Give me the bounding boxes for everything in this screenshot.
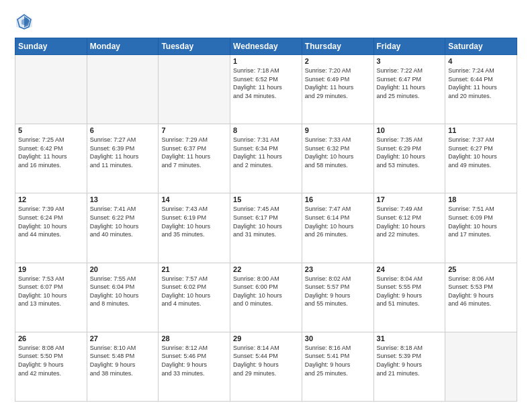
day-info: Sunrise: 7:20 AM Sunset: 6:49 PM Dayligh…: [305, 66, 371, 100]
day-cell: [87, 55, 159, 124]
day-info: Sunrise: 7:29 AM Sunset: 6:37 PM Dayligh…: [161, 136, 227, 169]
day-number: 19: [18, 265, 84, 273]
day-number: 3: [377, 57, 443, 65]
day-info: Sunrise: 7:25 AM Sunset: 6:42 PM Dayligh…: [18, 136, 84, 169]
day-info: Sunrise: 8:18 AM Sunset: 5:39 PM Dayligh…: [377, 344, 443, 377]
day-number: 9: [305, 126, 371, 134]
day-cell: 29Sunrise: 8:14 AM Sunset: 5:44 PM Dayli…: [230, 332, 302, 401]
day-cell: 30Sunrise: 8:16 AM Sunset: 5:41 PM Dayli…: [302, 332, 373, 401]
day-cell: 22Sunrise: 8:00 AM Sunset: 6:00 PM Dayli…: [230, 263, 302, 332]
day-number: 16: [305, 195, 371, 203]
day-number: 28: [161, 334, 227, 342]
day-info: Sunrise: 7:43 AM Sunset: 6:19 PM Dayligh…: [161, 205, 227, 238]
day-cell: 8Sunrise: 7:31 AM Sunset: 6:34 PM Daylig…: [230, 124, 302, 193]
day-header-wednesday: Wednesday: [230, 38, 302, 55]
day-number: 31: [377, 334, 443, 342]
day-cell: 27Sunrise: 8:10 AM Sunset: 5:48 PM Dayli…: [87, 332, 159, 401]
day-cell: 24Sunrise: 8:04 AM Sunset: 5:55 PM Dayli…: [373, 263, 445, 332]
day-number: 10: [377, 126, 443, 134]
day-cell: 11Sunrise: 7:37 AM Sunset: 6:27 PM Dayli…: [445, 124, 517, 193]
day-info: Sunrise: 7:35 AM Sunset: 6:29 PM Dayligh…: [377, 136, 443, 169]
day-info: Sunrise: 7:57 AM Sunset: 6:02 PM Dayligh…: [161, 275, 227, 308]
week-row-1: 5Sunrise: 7:25 AM Sunset: 6:42 PM Daylig…: [15, 124, 517, 193]
logo: [15, 12, 36, 31]
day-number: 23: [305, 265, 371, 273]
day-cell: 14Sunrise: 7:43 AM Sunset: 6:19 PM Dayli…: [159, 193, 230, 263]
day-number: 29: [233, 334, 299, 342]
day-info: Sunrise: 8:02 AM Sunset: 5:57 PM Dayligh…: [305, 275, 371, 308]
day-cell: 4Sunrise: 7:24 AM Sunset: 6:44 PM Daylig…: [445, 55, 517, 124]
day-info: Sunrise: 8:10 AM Sunset: 5:48 PM Dayligh…: [90, 344, 156, 377]
day-info: Sunrise: 7:33 AM Sunset: 6:32 PM Dayligh…: [305, 136, 371, 169]
day-number: 12: [18, 195, 84, 203]
day-number: 24: [377, 265, 443, 273]
day-cell: 12Sunrise: 7:39 AM Sunset: 6:24 PM Dayli…: [15, 193, 87, 263]
day-info: Sunrise: 7:55 AM Sunset: 6:04 PM Dayligh…: [90, 275, 156, 308]
day-cell: 3Sunrise: 7:22 AM Sunset: 6:47 PM Daylig…: [373, 55, 445, 124]
day-info: Sunrise: 8:16 AM Sunset: 5:41 PM Dayligh…: [305, 344, 371, 377]
day-number: 4: [448, 57, 514, 65]
day-info: Sunrise: 7:24 AM Sunset: 6:44 PM Dayligh…: [448, 66, 514, 100]
day-number: 26: [18, 334, 84, 342]
day-number: 7: [161, 126, 227, 134]
day-cell: 1Sunrise: 7:18 AM Sunset: 6:52 PM Daylig…: [230, 55, 302, 124]
day-cell: [15, 55, 87, 124]
week-row-2: 12Sunrise: 7:39 AM Sunset: 6:24 PM Dayli…: [15, 193, 517, 263]
day-cell: 7Sunrise: 7:29 AM Sunset: 6:37 PM Daylig…: [159, 124, 230, 193]
day-info: Sunrise: 8:04 AM Sunset: 5:55 PM Dayligh…: [377, 275, 443, 308]
day-header-sunday: Sunday: [15, 38, 87, 55]
day-number: 11: [448, 126, 514, 134]
week-row-4: 26Sunrise: 8:08 AM Sunset: 5:50 PM Dayli…: [15, 332, 517, 401]
day-number: 1: [233, 57, 299, 65]
week-row-0: 1Sunrise: 7:18 AM Sunset: 6:52 PM Daylig…: [15, 55, 517, 124]
week-row-3: 19Sunrise: 7:53 AM Sunset: 6:07 PM Dayli…: [15, 263, 517, 332]
day-info: Sunrise: 7:37 AM Sunset: 6:27 PM Dayligh…: [448, 136, 514, 169]
day-info: Sunrise: 8:14 AM Sunset: 5:44 PM Dayligh…: [233, 344, 299, 377]
day-number: 2: [305, 57, 371, 65]
day-cell: 2Sunrise: 7:20 AM Sunset: 6:49 PM Daylig…: [302, 55, 373, 124]
day-header-saturday: Saturday: [445, 38, 517, 55]
day-info: Sunrise: 7:49 AM Sunset: 6:12 PM Dayligh…: [377, 205, 443, 238]
day-cell: 17Sunrise: 7:49 AM Sunset: 6:12 PM Dayli…: [373, 193, 445, 263]
day-info: Sunrise: 7:18 AM Sunset: 6:52 PM Dayligh…: [233, 66, 299, 100]
day-cell: 15Sunrise: 7:45 AM Sunset: 6:17 PM Dayli…: [230, 193, 302, 263]
day-cell: 10Sunrise: 7:35 AM Sunset: 6:29 PM Dayli…: [373, 124, 445, 193]
day-number: 13: [90, 195, 156, 203]
day-header-tuesday: Tuesday: [159, 38, 230, 55]
day-number: 5: [18, 126, 84, 134]
calendar-header-row: SundayMondayTuesdayWednesdayThursdayFrid…: [15, 38, 517, 55]
header: [15, 12, 517, 31]
day-info: Sunrise: 7:22 AM Sunset: 6:47 PM Dayligh…: [377, 66, 443, 100]
day-cell: 9Sunrise: 7:33 AM Sunset: 6:32 PM Daylig…: [302, 124, 373, 193]
day-cell: 6Sunrise: 7:27 AM Sunset: 6:39 PM Daylig…: [87, 124, 159, 193]
logo-icon: [15, 12, 34, 31]
day-header-thursday: Thursday: [302, 38, 373, 55]
day-info: Sunrise: 7:51 AM Sunset: 6:09 PM Dayligh…: [448, 205, 514, 238]
day-info: Sunrise: 8:12 AM Sunset: 5:46 PM Dayligh…: [161, 344, 227, 377]
day-cell: 23Sunrise: 8:02 AM Sunset: 5:57 PM Dayli…: [302, 263, 373, 332]
calendar: SundayMondayTuesdayWednesdayThursdayFrid…: [15, 38, 517, 402]
day-cell: 18Sunrise: 7:51 AM Sunset: 6:09 PM Dayli…: [445, 193, 517, 263]
day-number: 17: [377, 195, 443, 203]
day-header-monday: Monday: [87, 38, 159, 55]
day-cell: 28Sunrise: 8:12 AM Sunset: 5:46 PM Dayli…: [159, 332, 230, 401]
day-number: 15: [233, 195, 299, 203]
day-cell: 26Sunrise: 8:08 AM Sunset: 5:50 PM Dayli…: [15, 332, 87, 401]
day-number: 14: [161, 195, 227, 203]
day-info: Sunrise: 8:00 AM Sunset: 6:00 PM Dayligh…: [233, 275, 299, 308]
day-cell: 25Sunrise: 8:06 AM Sunset: 5:53 PM Dayli…: [445, 263, 517, 332]
day-number: 18: [448, 195, 514, 203]
day-header-friday: Friday: [373, 38, 445, 55]
day-number: 30: [305, 334, 371, 342]
day-cell: [445, 332, 517, 401]
day-number: 25: [448, 265, 514, 273]
day-cell: [159, 55, 230, 124]
day-info: Sunrise: 7:27 AM Sunset: 6:39 PM Dayligh…: [90, 136, 156, 169]
day-cell: 16Sunrise: 7:47 AM Sunset: 6:14 PM Dayli…: [302, 193, 373, 263]
day-number: 27: [90, 334, 156, 342]
day-number: 8: [233, 126, 299, 134]
page: SundayMondayTuesdayWednesdayThursdayFrid…: [0, 0, 532, 411]
day-info: Sunrise: 7:45 AM Sunset: 6:17 PM Dayligh…: [233, 205, 299, 238]
day-info: Sunrise: 7:39 AM Sunset: 6:24 PM Dayligh…: [18, 205, 84, 238]
day-cell: 31Sunrise: 8:18 AM Sunset: 5:39 PM Dayli…: [373, 332, 445, 401]
